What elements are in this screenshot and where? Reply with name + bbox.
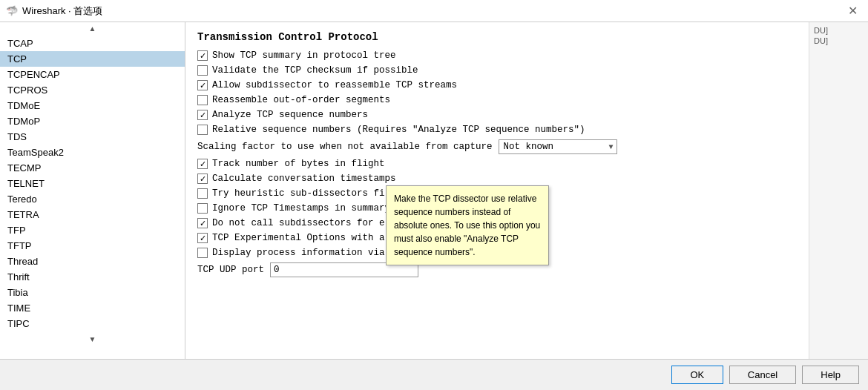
udp-port-label: TCP UDP port <box>197 265 264 275</box>
bg-right-strip: DU] DU] <box>809 22 868 359</box>
option-label-opt9: Try heuristic sub-dissectors first <box>212 188 401 199</box>
protocol-item-tcp[interactable]: TCP <box>0 51 185 67</box>
protocol-item-tetra[interactable]: TETRA <box>0 207 185 222</box>
protocol-item-tipc[interactable]: TIPC <box>0 316 185 331</box>
protocol-item-teamspeak2[interactable]: TeamSpeak2 <box>0 145 185 160</box>
scaling-row: Scaling factor to use when not available… <box>197 139 797 154</box>
protocol-item-teredo[interactable]: Teredo <box>0 191 185 207</box>
ok-button[interactable]: OK <box>671 366 723 384</box>
checkbox-opt12[interactable] <box>197 233 208 243</box>
close-button[interactable]: ✕ <box>844 2 862 19</box>
option-label-opt8: Calculate conversation timestamps <box>212 173 396 184</box>
option-row-opt1: Show TCP summary in protocol tree <box>197 50 797 61</box>
tooltip-popup: Make the TCP dissector use relative sequ… <box>386 185 549 265</box>
option-label-opt10: Ignore TCP Timestamps in summary <box>212 203 390 214</box>
scaling-dropdown-value: Not known <box>504 142 554 152</box>
main-content: ▲ TCAPTCPTCPENCAPTCPROSTDMoETDMoPTDSTeam… <box>0 22 868 359</box>
protocol-item-tftp[interactable]: TFTP <box>0 238 185 254</box>
checkbox-opt10[interactable] <box>197 203 208 214</box>
option-label-opt4: Reassemble out-of-order segments <box>212 95 390 105</box>
protocol-item-tfp[interactable]: TFP <box>0 222 185 238</box>
protocol-item-tds[interactable]: TDS <box>0 129 185 145</box>
scroll-up[interactable]: ▲ <box>0 22 185 34</box>
option-label-opt7: Track number of bytes in flight <box>212 159 385 169</box>
checkbox-opt2[interactable] <box>197 65 208 76</box>
option-label-opt1: Show TCP summary in protocol tree <box>212 50 396 61</box>
protocol-item-tdmop[interactable]: TDMoP <box>0 113 185 129</box>
left-panel: ▲ TCAPTCPTCPENCAPTCPROSTDMoETDMoPTDSTeam… <box>0 22 185 359</box>
option-label-opt2: Validate the TCP checksum if possible <box>212 65 418 76</box>
option-label-opt5: Analyze TCP sequence numbers <box>212 110 368 120</box>
protocol-item-tcpros[interactable]: TCPROS <box>0 82 185 98</box>
option-row-opt2: Validate the TCP checksum if possible <box>197 65 797 76</box>
scaling-dropdown[interactable]: Not known ▼ <box>499 139 617 154</box>
checkbox-opt6[interactable] <box>197 125 208 135</box>
section-title: Transmission Control Protocol <box>197 31 797 43</box>
protocol-item-tcpencap[interactable]: TCPENCAP <box>0 67 185 82</box>
title-bar: 🦈 Wireshark · 首选项 ✕ <box>0 0 868 22</box>
option-row-opt6: Relative sequence numbers (Requires "Ana… <box>197 125 797 135</box>
protocol-item-tecmp[interactable]: TECMP <box>0 160 185 176</box>
help-button[interactable]: Help <box>802 366 859 384</box>
checkbox-opt7[interactable] <box>197 159 208 169</box>
protocol-item-thread[interactable]: Thread <box>0 254 185 269</box>
protocol-item-time[interactable]: TIME <box>0 300 185 316</box>
checkbox-opt4[interactable] <box>197 95 208 105</box>
protocol-item-thrift[interactable]: Thrift <box>0 269 185 285</box>
tooltip-text: Make the TCP dissector use relative sequ… <box>394 194 540 257</box>
option-label-opt3: Allow subdissector to reassemble TCP str… <box>212 80 457 90</box>
option-row-opt7: Track number of bytes in flight <box>197 159 797 169</box>
option-row-opt5: Analyze TCP sequence numbers <box>197 110 797 120</box>
protocol-item-telnet[interactable]: TELNET <box>0 176 185 191</box>
checkbox-opt13[interactable] <box>197 248 208 258</box>
title-bar-left: 🦈 Wireshark · 首选项 <box>6 4 102 18</box>
scroll-down[interactable]: ▼ <box>0 333 185 345</box>
protocol-list: TCAPTCPTCPENCAPTCPROSTDMoETDMoPTDSTeamSp… <box>0 34 185 333</box>
checkbox-opt3[interactable] <box>197 80 208 90</box>
title-bar-title: Wireshark · 首选项 <box>22 4 102 18</box>
checkbox-opt8[interactable] <box>197 173 208 184</box>
option-row-opt4: Reassemble out-of-order segments <box>197 95 797 105</box>
option-label-opt6: Relative sequence numbers (Requires "Ana… <box>212 125 585 135</box>
chevron-down-icon: ▼ <box>609 143 614 151</box>
right-panel: Transmission Control Protocol Show TCP s… <box>185 22 809 359</box>
checkbox-opt1[interactable] <box>197 50 208 61</box>
scaling-label: Scaling factor to use when not available… <box>197 142 493 152</box>
option-row-opt3: Allow subdissector to reassemble TCP str… <box>197 80 797 90</box>
bottom-bar: OK Cancel Help <box>0 359 868 390</box>
checkbox-opt5[interactable] <box>197 110 208 120</box>
option-row-opt8: Calculate conversation timestamps <box>197 173 797 184</box>
protocol-item-tcap[interactable]: TCAP <box>0 36 185 51</box>
bg-line-1: DU] <box>812 25 865 36</box>
cancel-button[interactable]: Cancel <box>729 366 796 384</box>
bg-line-2: DU] <box>812 36 865 46</box>
app-icon: 🦈 <box>6 5 18 17</box>
protocol-item-tibia[interactable]: Tibia <box>0 285 185 300</box>
options-above: Show TCP summary in protocol treeValidat… <box>197 50 797 135</box>
checkbox-opt11[interactable] <box>197 218 208 228</box>
protocol-item-tdmoe[interactable]: TDMoE <box>0 98 185 113</box>
checkbox-opt9[interactable] <box>197 188 208 199</box>
